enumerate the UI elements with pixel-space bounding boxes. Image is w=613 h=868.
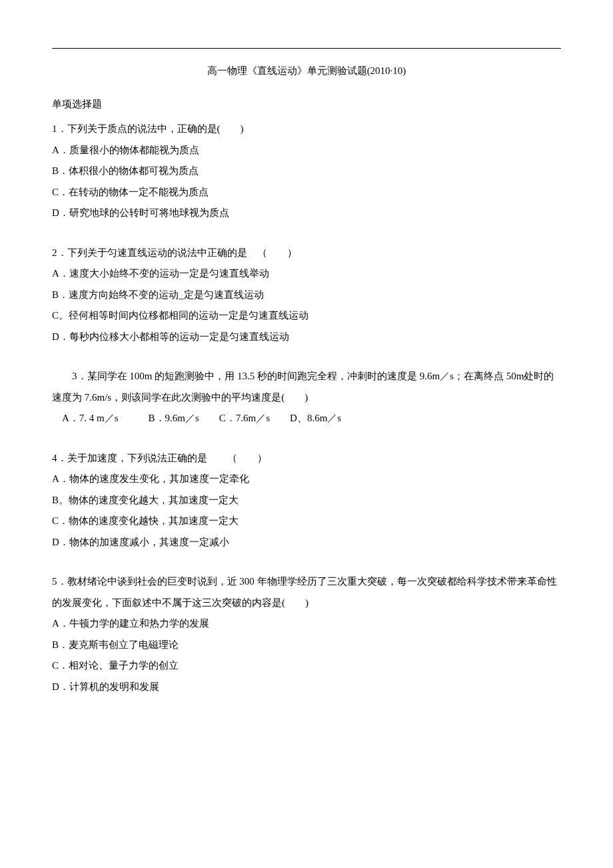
option-b: B。物体的速度变化越大，其加速度一定大 xyxy=(52,490,561,511)
option-a: A．物体的速度发生变化，其加速度一定牵化 xyxy=(52,469,561,490)
option-b: B．麦克斯韦创立了电磁理论 xyxy=(52,635,561,656)
option-a: A．质量很小的物体都能视为质点 xyxy=(52,140,561,161)
question-3: 3．某同学在 100m 的短跑测验中，用 13.5 秒的时间跑完全程，冲刺时的速… xyxy=(52,366,561,429)
question-stem: 3．某同学在 100m 的短跑测验中，用 13.5 秒的时间跑完全程，冲刺时的速… xyxy=(52,366,561,408)
question-2: 2．下列关于匀速直线运动的说法中正确的是 （ ） A．速度大小始终不变的运动一定… xyxy=(52,243,561,348)
section-heading: 单项选择题 xyxy=(52,94,561,115)
question-stem: 1．下列关于质点的说法中，正确的是( ) xyxy=(52,119,561,140)
inline-options: A．7. 4 m／s B．9.6m／s C．7.6m／s D、8.6m／s xyxy=(52,408,561,429)
document-title: 高一物理《直线运动》单元测验试题(2010·10) xyxy=(52,61,561,82)
option-d: D．研究地球的公转时可将地球视为质点 xyxy=(52,203,561,224)
option-b: B．速度方向始终不变的运动_定是匀速直线运动 xyxy=(52,285,561,306)
question-stem: 2．下列关于匀速直线运动的说法中正确的是 （ ） xyxy=(52,243,561,264)
top-rule xyxy=(52,48,561,49)
question-1: 1．下列关于质点的说法中，正确的是( ) A．质量很小的物体都能视为质点 B．体… xyxy=(52,119,561,224)
option-d: D．物体的加速度减小，其速度一定减小 xyxy=(52,532,561,553)
option-a: A．速度大小始终不变的运动一定是匀速直线举动 xyxy=(52,263,561,285)
question-5: 5．教材绪论中谈到社会的巨变时说到，近 300 年物理学经历了三次重大突破，每一… xyxy=(52,571,561,697)
question-stem: 4．关于加速度，下列说法正确的是 （ ） xyxy=(52,448,561,469)
option-c: C．物体的速度变化越快，其加速度一定大 xyxy=(52,511,561,532)
document-page: 高一物理《直线运动》单元测验试题(2010·10) 单项选择题 1．下列关于质点… xyxy=(0,0,613,868)
option-a: A．牛顿力学的建立和热力学的发展 xyxy=(52,613,561,635)
option-b: B．体积很小的物体都可视为质点 xyxy=(52,161,561,182)
question-stem: 5．教材绪论中谈到社会的巨变时说到，近 300 年物理学经历了三次重大突破，每一… xyxy=(52,571,561,613)
option-c: C．相对论、量子力学的创立 xyxy=(52,655,561,677)
question-4: 4．关于加速度，下列说法正确的是 （ ） A．物体的速度发生变化，其加速度一定牵… xyxy=(52,448,561,553)
option-c: C．在转动的物体一定不能视为质点 xyxy=(52,182,561,203)
option-d: D．计算机的发明和发展 xyxy=(52,677,561,698)
option-c: C。径何相等时间内位移都相同的运动一定是匀速直线运动 xyxy=(52,305,561,327)
option-d: D．每秒内位移大小都相等的运动一定是匀速直线运动 xyxy=(52,327,561,348)
